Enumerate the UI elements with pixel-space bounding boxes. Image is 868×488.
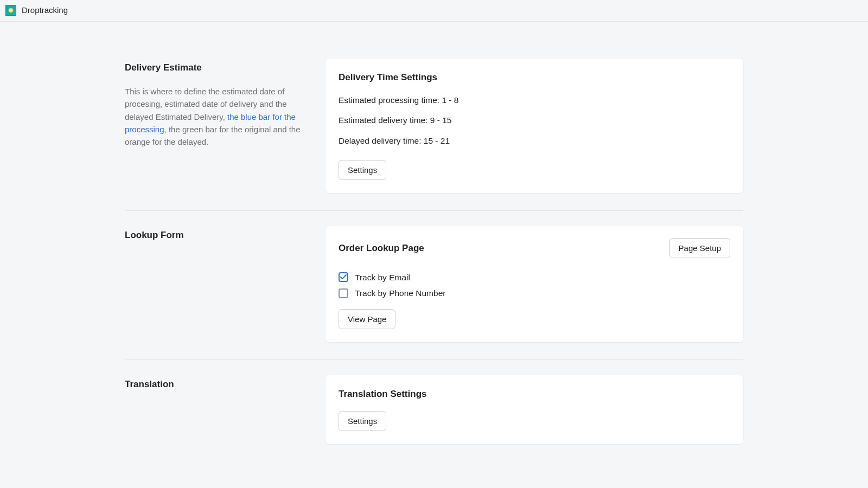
section-translation-left: Translation bbox=[125, 375, 304, 402]
translation-settings-button[interactable]: Settings bbox=[339, 411, 386, 431]
translation-settings-title: Translation Settings bbox=[339, 387, 730, 401]
section-translation: Translation Translation Settings Setting… bbox=[125, 359, 743, 461]
translation-heading: Translation bbox=[125, 377, 304, 391]
translation-settings-card: Translation Settings Settings bbox=[326, 375, 743, 444]
track-by-phone-label: Track by Phone Number bbox=[355, 287, 445, 299]
delivery-settings-button[interactable]: Settings bbox=[339, 160, 386, 180]
app-title: Droptracking bbox=[22, 4, 68, 17]
order-lookup-card: Order Lookup Page Page Setup Track by Em… bbox=[326, 226, 743, 343]
track-by-phone-checkbox[interactable] bbox=[339, 288, 348, 298]
section-delivery-left: Delivery Estimate This is where to defin… bbox=[125, 59, 304, 149]
view-page-button[interactable]: View Page bbox=[339, 309, 395, 329]
delivery-estimate-heading: Delivery Estimate bbox=[125, 61, 304, 75]
checkmark-icon bbox=[340, 274, 347, 280]
delivery-time-value: Estimated delivery time: 9 - 15 bbox=[339, 114, 730, 126]
page-content: Delivery Estimate This is where to defin… bbox=[114, 22, 754, 483]
track-by-email-label: Track by Email bbox=[355, 271, 410, 284]
page-setup-button[interactable]: Page Setup bbox=[669, 238, 730, 258]
app-logo-icon bbox=[5, 5, 16, 16]
order-lookup-title: Order Lookup Page bbox=[339, 241, 424, 255]
section-lookup-left: Lookup Form bbox=[125, 226, 304, 253]
track-by-email-checkbox[interactable] bbox=[339, 272, 348, 282]
topbar: Droptracking bbox=[0, 0, 868, 22]
section-lookup-form: Lookup Form Order Lookup Page Page Setup… bbox=[125, 210, 743, 360]
lookup-form-heading: Lookup Form bbox=[125, 228, 304, 242]
delivery-time-settings-card: Delivery Time Settings Estimated process… bbox=[326, 59, 743, 193]
section-delivery-estimate: Delivery Estimate This is where to defin… bbox=[125, 43, 743, 210]
processing-time-value: Estimated processing time: 1 - 8 bbox=[339, 94, 730, 106]
delivery-estimate-description: This is where to define the estimated da… bbox=[125, 85, 304, 148]
delivery-time-settings-title: Delivery Time Settings bbox=[339, 70, 730, 85]
delayed-time-value: Delayed delivery time: 15 - 21 bbox=[339, 134, 730, 147]
